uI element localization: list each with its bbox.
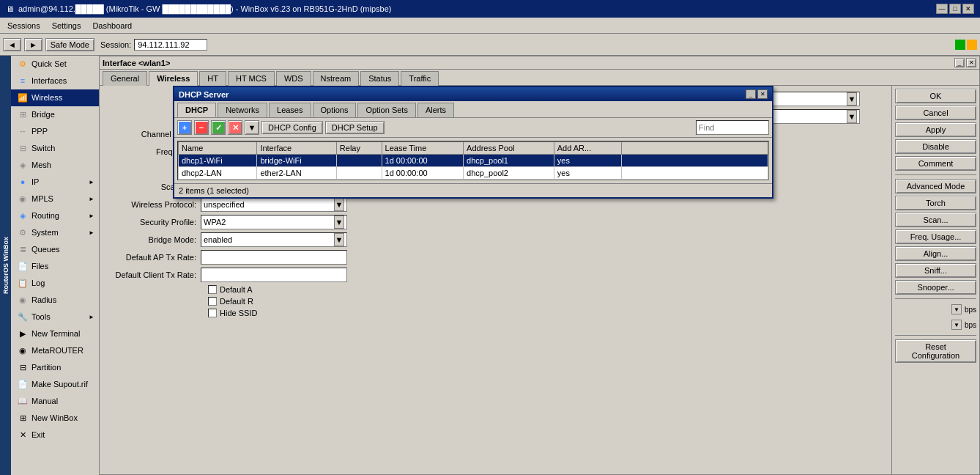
dhcp-config-btn[interactable]: DHCP Config [261,121,323,134]
sidebar-item-files[interactable]: 📄 Files [11,258,99,275]
sidebar-item-new-winbox[interactable]: ⊞ New WinBox [11,410,99,427]
default-ap-tx-field[interactable] [201,250,347,265]
menu-settings[interactable]: Settings [48,20,86,32]
menu-dashboard[interactable]: Dashboard [88,20,136,32]
advanced-mode-button[interactable]: Advanced Mode [895,179,976,194]
dhcp-cancel-btn[interactable]: ✕ [228,120,242,135]
tab-general[interactable]: General [103,71,147,86]
cancel-button[interactable]: Cancel [895,106,976,120]
tab-traffic[interactable]: Traffic [401,71,439,86]
sidebar-item-metarouter[interactable]: ◉ MetaROUTER [11,342,99,359]
sidebar-item-manual[interactable]: 📖 Manual [11,393,99,410]
tab-ht-mcs[interactable]: HT MCS [228,71,275,86]
align-button[interactable]: Align... [895,246,976,261]
dhcp-tab-networks[interactable]: Networks [218,103,267,117]
band-dropdown-btn[interactable]: ▼ [847,110,857,123]
security-profile-field[interactable]: WPA2 ▼ [201,215,347,229]
menu-sessions[interactable]: Sessions [3,20,45,32]
sniff-button[interactable]: Sniff... [895,263,976,278]
sidebar-item-make-supout[interactable]: 📄 Make Supout.rif [11,376,99,393]
sidebar-item-partition[interactable]: ⊟ Partition [11,359,99,376]
table-row-dhcp2[interactable]: dhcp2-LAN ether2-LAN 1d 00:00:00 dhcp_po… [179,167,768,180]
sidebar-item-exit[interactable]: ✕ Exit [11,427,99,443]
torch-button[interactable]: Torch [895,196,976,210]
sidebar-item-queues[interactable]: ≣ Queues [11,241,99,258]
snooper-button[interactable]: Snooper... [895,280,976,295]
tab-nstream[interactable]: Nstream [313,71,360,86]
interface-close-btn[interactable]: ✕ [966,58,976,67]
dhcp-ok-btn[interactable]: ✓ [211,120,226,135]
tab-ht[interactable]: HT [199,71,226,86]
maximize-button[interactable]: □ [949,4,961,14]
checkbox-default-r[interactable] [208,297,217,306]
dhcp2-interface: ether2-LAN [257,167,336,180]
mode-dropdown-btn[interactable]: ▼ [847,92,857,106]
checkbox-default-a[interactable] [208,285,217,294]
wireless-protocol-field[interactable]: unspecified ▼ [201,197,347,212]
sidebar-item-wireless[interactable]: 📶 Wireless [11,89,99,106]
sidebar-item-mesh[interactable]: ◈ Mesh [11,157,99,174]
default-client-tx-field[interactable] [201,268,347,282]
col-interface[interactable]: Interface [257,142,336,155]
scan-button[interactable]: Scan... [895,213,976,227]
comment-button[interactable]: Comment [895,156,976,171]
bridge-mode-field[interactable]: enabled ▼ [201,232,347,247]
dhcp-tab-option-sets[interactable]: Option Sets [357,103,415,117]
bps-down-btn-1[interactable]: ▼ [951,304,962,314]
checkbox-hide-ssid[interactable] [208,309,217,317]
col-lease-time[interactable]: Lease Time [382,142,464,155]
sidebar-item-routing[interactable]: ◈ Routing ► [11,207,99,224]
sidebar-item-mpls[interactable]: ◉ MPLS ► [11,191,99,207]
dhcp-tab-alerts[interactable]: Alerts [417,103,454,117]
col-relay[interactable]: Relay [336,142,382,155]
bps-row-1: ▼ bps [895,304,976,314]
content-area: Interface <wlan1> _ ✕ General Wireless H… [99,56,980,475]
close-button[interactable]: ✕ [962,4,974,14]
sidebar-item-ppp[interactable]: ↔ PPP [11,123,99,140]
sidebar-item-radius[interactable]: ◉ Radius [11,292,99,309]
col-address-pool[interactable]: Address Pool [464,142,554,155]
col-extra [622,142,768,155]
sidebar-item-ip[interactable]: ● IP ► [11,174,99,191]
sidebar-item-log[interactable]: 📋 Log [11,275,99,292]
security-profile-dropdown-btn[interactable]: ▼ [334,216,344,229]
dhcp-remove-btn[interactable]: − [194,120,209,135]
apply-button[interactable]: Apply [895,122,976,137]
forward-button[interactable]: ► [24,38,42,51]
ok-button[interactable]: OK [895,89,976,103]
table-row-dhcp1[interactable]: dhcp1-WiFi bridge-WiFi 1d 00:00:00 dhcp_… [179,155,768,167]
safe-mode-button[interactable]: Safe Mode [45,38,94,51]
bps-down-btn-2[interactable]: ▼ [951,320,962,330]
minimize-button[interactable]: — [936,4,948,14]
sidebar-item-quick-set[interactable]: ⚙ Quick Set [11,56,99,73]
col-add-ar[interactable]: Add AR... [554,142,621,155]
disable-button[interactable]: Disable [895,139,976,154]
dhcp-tab-options[interactable]: Options [313,103,357,117]
wireless-protocol-dropdown-btn[interactable]: ▼ [334,198,344,211]
interface-minimize-btn[interactable]: _ [954,58,965,67]
new-terminal-icon: ▶ [17,328,29,339]
sidebar-item-tools[interactable]: 🔧 Tools ► [11,309,99,325]
sidebar-item-new-terminal[interactable]: ▶ New Terminal [11,325,99,342]
freq-usage-button[interactable]: Freq. Usage... [895,229,976,244]
dhcp-setup-btn[interactable]: DHCP Setup [325,121,385,134]
reset-config-button[interactable]: Reset Configuration [895,339,976,363]
dhcp-find-input[interactable] [696,120,769,135]
dhcp-minimize-btn[interactable]: _ [746,89,756,99]
sidebar-item-bridge[interactable]: ⊞ Bridge [11,106,99,123]
bridge-mode-dropdown-btn[interactable]: ▼ [334,233,344,246]
title-bar-label: admin@94.112.█████ (MikroTik - GW ██████… [18,4,391,13]
col-name[interactable]: Name [179,142,257,155]
dhcp-tab-leases[interactable]: Leases [269,103,311,117]
tab-wireless[interactable]: Wireless [149,71,198,86]
tab-wds[interactable]: WDS [276,71,311,86]
dhcp-add-btn[interactable]: + [177,120,192,135]
sidebar-item-system[interactable]: ⚙ System ► [11,224,99,241]
sidebar-item-interfaces[interactable]: ≡ Interfaces [11,73,99,89]
dhcp-close-btn[interactable]: ✕ [757,89,768,99]
dhcp-tab-dhcp[interactable]: DHCP [177,103,216,117]
tab-status[interactable]: Status [360,71,399,86]
dhcp-filter-btn[interactable]: ▼ [245,120,259,135]
back-button[interactable]: ◄ [3,38,21,51]
sidebar-item-switch[interactable]: ⊟ Switch [11,140,99,157]
